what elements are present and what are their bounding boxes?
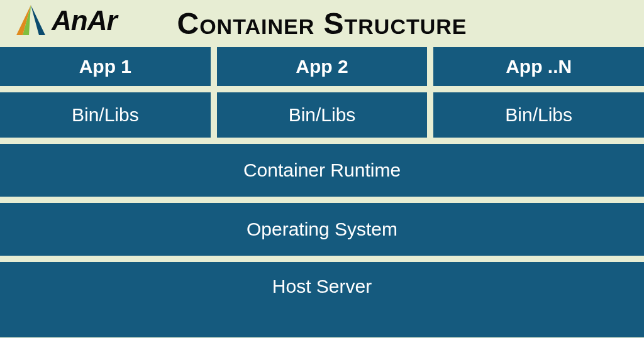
layer-operating-system: Operating System — [0, 203, 644, 256]
binlibs-row: Bin/Libs Bin/Libs Bin/Libs — [0, 92, 644, 138]
header: AnAr Container Structure — [0, 0, 644, 47]
logo-mark-icon — [14, 4, 48, 38]
brand-name: AnAr — [52, 5, 117, 36]
binlibs-cell-n: Bin/Libs — [433, 92, 644, 138]
layer-container-runtime-label: Container Runtime — [243, 160, 401, 181]
app-cell-n: App ..N — [433, 47, 644, 86]
binlibs-cell-1: Bin/Libs — [0, 92, 211, 138]
layer-operating-system-label: Operating System — [247, 219, 397, 240]
app-cell-1: App 1 — [0, 47, 211, 86]
binlibs-cell-2: Bin/Libs — [217, 92, 428, 138]
app-cell-2: App 2 — [217, 47, 428, 86]
brand-logo: AnAr — [14, 4, 117, 38]
page-title: Container Structure — [177, 6, 467, 41]
svg-marker-0 — [31, 5, 45, 35]
apps-row: App 1 App 2 App ..N — [0, 47, 644, 86]
diagram: App 1 App 2 App ..N Bin/Libs Bin/Libs Bi… — [0, 47, 644, 337]
layer-host-server-label: Host Server — [272, 276, 372, 297]
layer-host-server: Host Server — [0, 262, 644, 337]
layer-container-runtime: Container Runtime — [0, 144, 644, 197]
